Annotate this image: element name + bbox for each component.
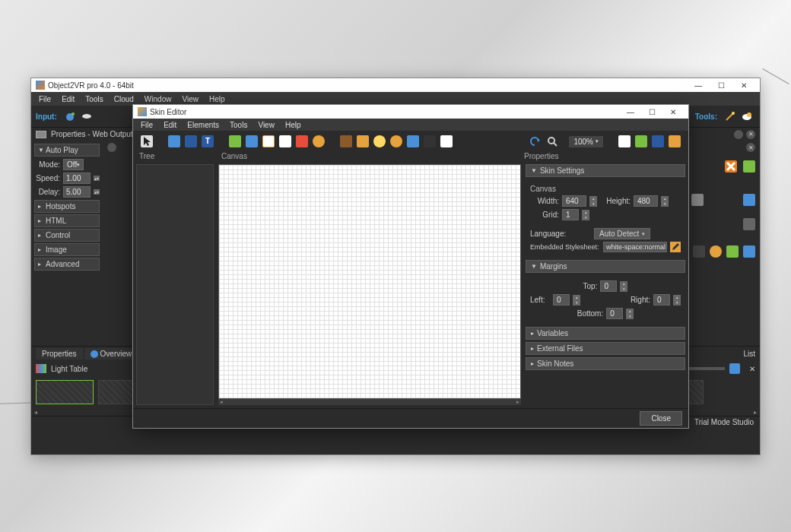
margin-top-spinner[interactable]: ▴▾ <box>620 281 627 292</box>
margin-left-spinner[interactable]: ▴▾ <box>573 295 580 306</box>
pointer-icon[interactable] <box>141 135 153 147</box>
skin-menu-help[interactable]: Help <box>281 120 306 130</box>
section-image[interactable]: ▸Image <box>34 243 100 256</box>
skin-menu-view[interactable]: View <box>253 120 279 130</box>
zoom-dropdown[interactable]: 100%▾ <box>569 136 603 147</box>
margin-top-input[interactable]: 0 <box>600 280 617 292</box>
margin-right-spinner[interactable]: ▴▾ <box>673 295 681 306</box>
panel-gear-icon[interactable] <box>734 130 743 139</box>
scroll-left-icon[interactable]: ◂ <box>34 409 37 416</box>
close-button[interactable]: ✕ <box>732 79 755 91</box>
rectangle-icon[interactable] <box>185 135 197 147</box>
height-spinner[interactable]: ▴▾ <box>661 196 669 207</box>
play-icon[interactable] <box>693 245 705 258</box>
upload-cloud-icon[interactable] <box>726 245 739 258</box>
width-spinner[interactable]: ▴▾ <box>589 196 597 207</box>
mode-dropdown[interactable]: Off▾ <box>63 159 84 170</box>
right-gear-icon[interactable] <box>107 143 116 152</box>
language-dropdown[interactable]: Auto Detect▾ <box>594 228 650 239</box>
cloud-icon[interactable] <box>741 110 753 122</box>
section-autoplay[interactable]: ▼Auto Play <box>34 144 100 157</box>
width-input[interactable]: 640 <box>562 195 586 207</box>
zoom-icon[interactable] <box>546 135 558 147</box>
tab-properties[interactable]: Properties <box>36 348 83 359</box>
trash-icon[interactable] <box>691 194 704 206</box>
menu-help[interactable]: Help <box>205 94 230 104</box>
skin-settings-header[interactable]: ▼Skin Settings <box>526 164 685 177</box>
menu-tools[interactable]: Tools <box>81 94 107 104</box>
stylesheet-edit-icon[interactable] <box>670 242 681 252</box>
grid-icon[interactable] <box>357 135 369 147</box>
delete-x-icon[interactable] <box>725 160 737 173</box>
template-icon[interactable] <box>618 135 631 147</box>
button-icon[interactable] <box>340 135 352 147</box>
margin-bottom-input[interactable]: 0 <box>606 308 623 319</box>
skin-minimize-button[interactable]: — <box>620 106 641 118</box>
skin-menu-elements[interactable]: Elements <box>183 120 224 130</box>
document-icon[interactable] <box>743 160 755 173</box>
external-files-header[interactable]: ▸External Files <box>526 342 685 355</box>
stylesheet-input[interactable]: white-space:normal } <box>603 242 667 252</box>
menu-window[interactable]: Window <box>140 94 176 104</box>
lt-close-icon[interactable]: ✕ <box>749 365 755 373</box>
grid-input[interactable]: 1 <box>562 209 579 220</box>
variables-header[interactable]: ▸Variables <box>526 327 685 340</box>
menu-file[interactable]: File <box>34 94 56 104</box>
grid-spinner[interactable]: ▴▾ <box>582 210 589 220</box>
code-icon[interactable] <box>440 135 453 147</box>
thumbnail-selected[interactable] <box>36 380 94 404</box>
image-icon[interactable] <box>229 135 241 147</box>
skin-maximize-button[interactable]: ☐ <box>641 106 662 118</box>
compass-icon[interactable] <box>373 135 386 147</box>
margin-bottom-spinner[interactable]: ▴▾ <box>626 309 634 319</box>
skin-close-dialog-button[interactable]: Close <box>640 411 682 426</box>
section-advanced[interactable]: ▸Advanced <box>34 258 100 271</box>
undo-icon[interactable] <box>529 135 542 147</box>
menu-view[interactable]: View <box>177 94 203 104</box>
video-icon[interactable] <box>407 135 419 147</box>
menu-edit[interactable]: Edit <box>57 94 79 104</box>
panel-close-icon[interactable]: ✕ <box>746 130 755 139</box>
skin-menu-file[interactable]: File <box>136 120 157 130</box>
wand-icon[interactable] <box>724 110 736 122</box>
canvas-scroll-left-icon[interactable]: ◂ <box>220 399 223 405</box>
skin-close-button[interactable]: ✕ <box>662 106 684 118</box>
maximize-button[interactable]: ☐ <box>710 79 732 91</box>
star-icon[interactable] <box>390 135 402 147</box>
skin-menu-edit[interactable]: Edit <box>159 120 181 130</box>
section-hotspots[interactable]: ▸Hotspots <box>34 200 100 213</box>
skin-tree-panel[interactable] <box>136 164 214 405</box>
thumbnails-icon[interactable] <box>729 363 740 374</box>
external-icon[interactable] <box>313 135 325 147</box>
right-close-icon[interactable]: ✕ <box>746 143 755 152</box>
container-icon[interactable] <box>168 135 180 147</box>
delay-input[interactable]: 5.00 <box>63 186 91 198</box>
margins-header[interactable]: ▼Margins <box>526 260 685 273</box>
delay-spinner[interactable]: ▴▾ <box>94 189 100 195</box>
disc-icon[interactable] <box>81 110 93 122</box>
section-html[interactable]: ▸HTML <box>34 214 100 227</box>
translate-icon[interactable] <box>652 135 664 147</box>
nodeimage-icon[interactable] <box>246 135 258 147</box>
component-icon[interactable] <box>635 135 647 147</box>
seekbar-icon[interactable] <box>279 135 291 147</box>
speed-input[interactable]: 1.00 <box>63 173 91 184</box>
skin-menu-tools[interactable]: Tools <box>225 120 252 130</box>
section-control[interactable]: ▸Control <box>34 229 100 242</box>
skin-canvas[interactable] <box>218 164 521 399</box>
tab-overview[interactable]: Overview <box>84 348 138 359</box>
refresh-icon[interactable] <box>743 245 755 258</box>
skin-notes-header[interactable]: ▸Skin Notes <box>526 357 685 370</box>
sliders-icon[interactable] <box>743 218 755 230</box>
scroll-right-icon[interactable]: ▸ <box>754 409 757 416</box>
people-icon[interactable] <box>669 135 681 147</box>
canvas-scroll-right-icon[interactable]: ▸ <box>516 399 519 405</box>
minimize-button[interactable]: — <box>687 79 710 91</box>
folder-open-icon[interactable] <box>743 194 755 206</box>
avatar-icon[interactable] <box>710 245 722 258</box>
speed-spinner[interactable]: ▴▾ <box>94 176 100 181</box>
menu-cloud[interactable]: Cloud <box>110 94 138 104</box>
margin-right-input[interactable]: 0 <box>653 294 670 306</box>
height-input[interactable]: 480 <box>634 195 658 207</box>
pdf-icon[interactable] <box>296 135 308 147</box>
